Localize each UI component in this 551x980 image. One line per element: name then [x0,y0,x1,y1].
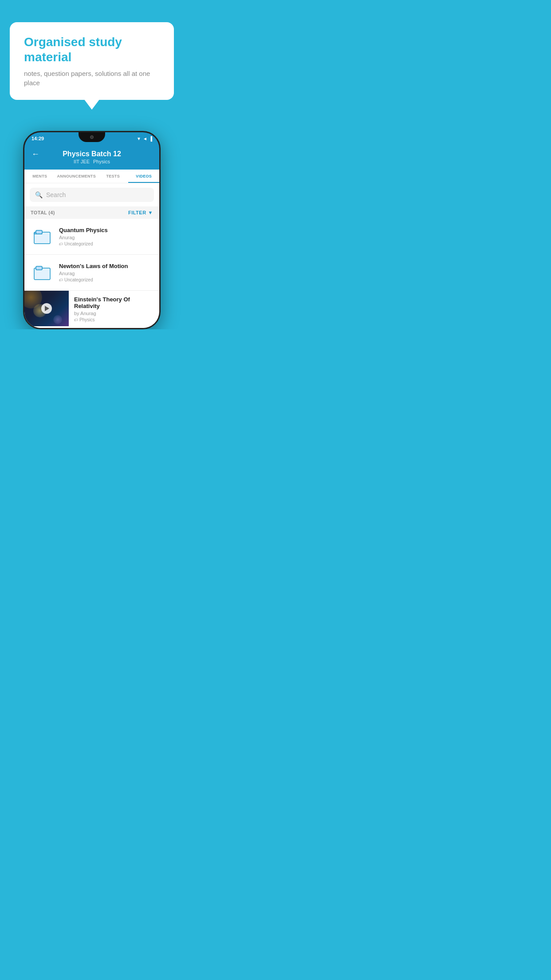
tag-label-3: Physics [79,317,94,322]
filter-label: FILTER [128,210,146,215]
folder-icon [33,265,51,281]
wifi-icon: ▼ [137,136,141,141]
list-item[interactable]: Newton's Laws of Motion Anurag 🏷 Uncateg… [24,255,159,291]
folder-thumb-2 [31,261,54,284]
power-button [160,194,161,208]
video-list: Quantum Physics Anurag 🏷 Uncategorized [24,219,159,328]
tag-label-1: Uncategorized [64,241,93,246]
status-time: 14:29 [31,136,44,141]
video-title-3: Einstein's Theory Of Relativity [74,296,154,309]
tab-videos[interactable]: VIDEOS [128,170,159,183]
video-info-3: Einstein's Theory Of Relativity by Anura… [69,291,159,328]
svg-rect-1 [36,230,42,234]
video-tag-3: 🏷 Physics [74,317,154,322]
notch [79,132,105,142]
bubble-subtitle: notes, question papers, solutions all at… [24,69,160,87]
camera [90,135,94,139]
play-button-3[interactable] [41,303,52,314]
video-author-1: Anurag [59,235,153,240]
total-count: TOTAL (4) [31,210,55,215]
tag-icon-1: 🏷 [59,242,63,246]
header-title: Physics Batch 12 [63,150,121,158]
filter-icon: ▼ [148,210,153,215]
video-tag-1: 🏷 Uncategorized [59,241,153,246]
play-triangle-icon [45,306,49,311]
glow-circle-3 [53,315,62,324]
phone-frame: 14:29 ▼ ◄ ▐ ← Physics Batch 12 IIT JEE P… [23,131,161,329]
tag-icon-3: 🏷 [74,318,78,322]
tab-announcements[interactable]: ANNOUNCEMENTS [55,170,98,183]
side-buttons-right [160,194,161,208]
search-container: 🔍 Search [24,183,159,206]
app-header: ← Physics Batch 12 IIT JEE Physics [24,145,159,170]
tabs-bar: MENTS ANNOUNCEMENTS TESTS VIDEOS [24,170,159,183]
video-author-2: Anurag [59,271,153,276]
status-bar: 14:29 ▼ ◄ ▐ [24,132,159,145]
search-placeholder: Search [46,191,66,198]
signal-icon: ◄ [143,136,147,141]
video-author-3: by Anurag [74,311,154,316]
phone-wrapper: 14:29 ▼ ◄ ▐ ← Physics Batch 12 IIT JEE P… [0,113,184,329]
filter-button[interactable]: FILTER ▼ [128,210,153,215]
header-subtitle-physics: Physics [93,159,110,164]
video-tag-2: 🏷 Uncategorized [59,277,153,282]
tag-label-2: Uncategorized [64,277,93,282]
video-info-1: Quantum Physics Anurag 🏷 Uncategorized [59,227,153,246]
volume-down-button [23,194,24,204]
video-title-2: Newton's Laws of Motion [59,263,153,269]
volume-up-button [23,181,24,191]
tab-ments[interactable]: MENTS [24,170,55,183]
back-button[interactable]: ← [31,150,39,159]
list-item[interactable]: Einstein's Theory Of Relativity by Anura… [24,291,159,328]
speech-bubble: Organised study material notes, question… [10,22,174,100]
header-subtitle-iitjee: IIT JEE [74,159,90,164]
header-top: ← Physics Batch 12 [31,150,152,158]
folder-thumb-1 [31,225,54,248]
video-info-2: Newton's Laws of Motion Anurag 🏷 Uncateg… [59,263,153,282]
folder-icon [33,229,51,245]
tag-icon-2: 🏷 [59,278,63,282]
battery-icon: ▐ [149,136,152,141]
filter-bar: TOTAL (4) FILTER ▼ [24,206,159,219]
header-subtitle: IIT JEE Physics [74,159,110,164]
tab-tests[interactable]: TESTS [98,170,129,183]
bubble-title: Organised study material [24,35,160,64]
video-title-1: Quantum Physics [59,227,153,233]
search-input-wrap[interactable]: 🔍 Search [30,188,154,202]
video-thumbnail-3 [24,291,69,326]
side-buttons-left [23,181,24,204]
status-icons: ▼ ◄ ▐ [137,136,152,141]
search-icon: 🔍 [35,191,43,198]
list-item[interactable]: Quantum Physics Anurag 🏷 Uncategorized [24,219,159,255]
svg-rect-3 [36,266,42,270]
hero-section: Organised study material notes, question… [0,0,184,113]
